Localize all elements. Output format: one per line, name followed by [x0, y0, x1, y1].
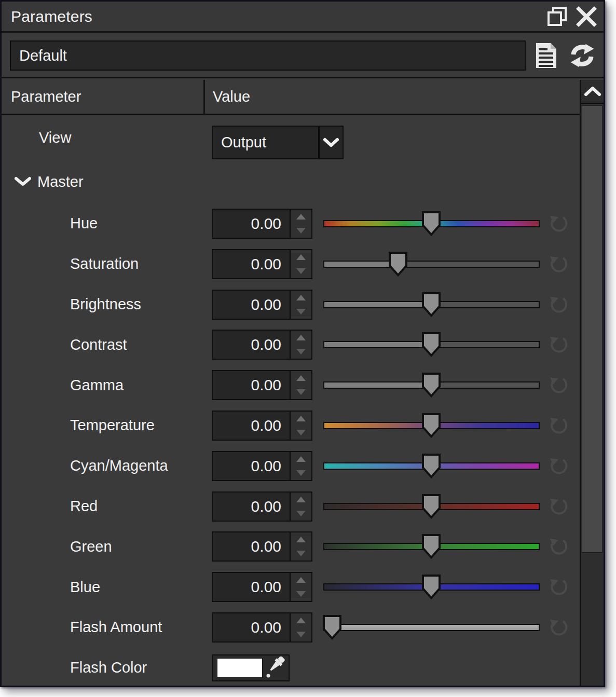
cyan-magenta-reset-button[interactable] — [547, 454, 571, 478]
spin-down-button[interactable] — [291, 466, 311, 480]
spin-up-button[interactable] — [291, 210, 311, 224]
spin-up-button[interactable] — [291, 532, 311, 546]
row-brightness: Brightness 0.00 — [2, 284, 580, 325]
red-slider — [323, 486, 540, 527]
spin-up-button[interactable] — [291, 613, 311, 627]
flash-color-swatch[interactable] — [217, 658, 263, 678]
spin-down-button[interactable] — [291, 426, 311, 440]
cyan-magenta-spinner: 0.00 — [212, 451, 312, 481]
slider-handle[interactable] — [389, 252, 407, 277]
preset-name-input[interactable]: Default — [10, 40, 526, 71]
row-green: Green 0.00 — [2, 526, 580, 567]
saturation-reset-button[interactable] — [547, 252, 571, 276]
saturation-slider — [323, 244, 540, 284]
view-dropdown-arrow[interactable] — [318, 127, 343, 158]
triangle-up-icon — [296, 254, 306, 260]
spin-down-button[interactable] — [291, 627, 311, 641]
view-dropdown[interactable]: Output — [212, 126, 344, 159]
saturation-slider-track[interactable] — [323, 261, 540, 268]
temperature-reset-button[interactable] — [547, 414, 571, 438]
preset-list-button[interactable] — [532, 41, 560, 70]
spin-down-button[interactable] — [291, 507, 311, 521]
red-value-field[interactable]: 0.00 — [213, 493, 290, 521]
contrast-reset-button[interactable] — [547, 333, 571, 357]
slider-handle[interactable] — [422, 332, 441, 357]
slider-handle[interactable] — [422, 413, 441, 438]
vertical-scrollbar[interactable] — [580, 80, 604, 686]
saturation-value-field[interactable]: 0.00 — [213, 250, 290, 278]
eyedropper-icon[interactable] — [265, 657, 288, 679]
triangle-down-icon — [296, 268, 306, 274]
close-button[interactable] — [574, 5, 598, 29]
param-label: Saturation — [70, 244, 139, 284]
flash-amount-value-field[interactable]: 0.00 — [213, 613, 290, 641]
blue-reset-button[interactable] — [547, 575, 571, 599]
spin-up-button[interactable] — [291, 291, 311, 305]
scroll-up-button[interactable] — [581, 80, 604, 104]
spin-up-button[interactable] — [291, 371, 311, 385]
spin-down-button[interactable] — [291, 587, 311, 601]
triangle-down-icon — [296, 632, 306, 637]
slider-handle[interactable] — [422, 534, 441, 559]
spin-down-button[interactable] — [291, 345, 311, 359]
blue-value-field[interactable]: 0.00 — [213, 573, 290, 601]
spin-up-button[interactable] — [291, 412, 311, 426]
refresh-preset-button[interactable] — [568, 41, 596, 70]
spin-up-button[interactable] — [291, 573, 311, 587]
slider-handle[interactable] — [422, 575, 441, 599]
scrollbar-thumb[interactable] — [582, 105, 603, 553]
green-reset-button[interactable] — [547, 535, 571, 558]
spin-down-button[interactable] — [291, 546, 311, 561]
reset-icon — [547, 253, 570, 276]
triangle-down-icon — [296, 551, 306, 556]
panel-title: Parameters — [11, 8, 92, 25]
cyan-magenta-value-field[interactable]: 0.00 — [213, 452, 290, 480]
master-label: Master — [37, 160, 84, 203]
flash-amount-slider-track[interactable] — [323, 624, 540, 631]
hue-spinner: 0.00 — [212, 209, 312, 239]
hue-reset-button[interactable] — [547, 212, 571, 236]
slider-handle[interactable] — [422, 211, 441, 236]
flash-amount-spinner: 0.00 — [212, 612, 312, 643]
restore-window-button[interactable] — [545, 5, 569, 29]
spin-down-button[interactable] — [291, 224, 311, 238]
brightness-value-field[interactable]: 0.00 — [213, 291, 290, 319]
triangle-up-icon — [296, 577, 306, 583]
reset-icon — [547, 495, 570, 518]
slider-handle[interactable] — [422, 292, 441, 317]
slider-handle[interactable] — [323, 615, 341, 640]
param-label: Flash Amount — [70, 607, 162, 648]
gamma-reset-button[interactable] — [547, 373, 571, 397]
slider-handle[interactable] — [422, 454, 441, 479]
row-master[interactable]: Master — [2, 160, 580, 203]
flash-color-swatch-button[interactable] — [212, 654, 290, 681]
flash-amount-reset-button[interactable] — [547, 616, 571, 639]
spin-down-button[interactable] — [291, 385, 311, 399]
slider-handle[interactable] — [422, 373, 441, 398]
row-view: View Output — [2, 115, 580, 160]
spin-down-button[interactable] — [291, 305, 311, 319]
hue-value-field[interactable]: 0.00 — [213, 210, 290, 238]
red-reset-button[interactable] — [547, 495, 571, 518]
spin-up-button[interactable] — [291, 452, 311, 466]
contrast-spinner: 0.00 — [212, 330, 312, 360]
column-divider[interactable] — [203, 80, 205, 114]
contrast-value-field[interactable]: 0.00 — [213, 331, 290, 359]
slider-handle[interactable] — [422, 494, 441, 519]
close-icon — [576, 6, 597, 28]
document-icon — [534, 42, 558, 69]
brightness-reset-button[interactable] — [547, 293, 571, 317]
red-spinner: 0.00 — [212, 491, 312, 522]
triangle-down-icon — [296, 591, 306, 597]
spin-up-button[interactable] — [291, 250, 311, 264]
spin-down-button[interactable] — [291, 264, 311, 278]
gamma-value-field[interactable]: 0.00 — [213, 371, 290, 399]
green-value-field[interactable]: 0.00 — [213, 532, 290, 561]
spin-up-button[interactable] — [291, 331, 311, 345]
master-collapse-toggle[interactable] — [12, 160, 34, 203]
temperature-value-field[interactable]: 0.00 — [213, 412, 290, 440]
reset-icon — [547, 576, 570, 598]
parameters-panel: Parameters Default — [0, 0, 605, 687]
green-spinner: 0.00 — [212, 531, 312, 562]
spin-up-button[interactable] — [291, 493, 311, 507]
